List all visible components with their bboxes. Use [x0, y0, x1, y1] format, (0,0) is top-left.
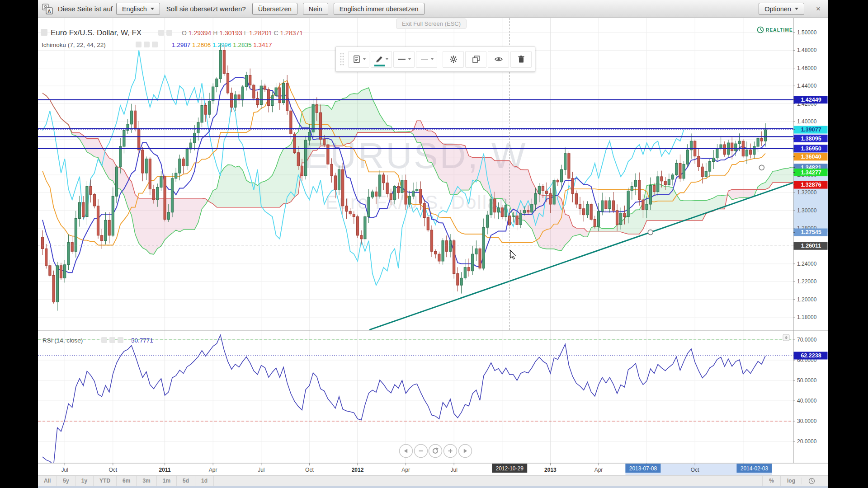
- svg-text:2011: 2011: [159, 467, 171, 473]
- clone-button[interactable]: [465, 51, 486, 68]
- log-scale-button[interactable]: log: [780, 476, 802, 486]
- candle: [397, 187, 400, 193]
- candle: [671, 175, 674, 179]
- templates-button[interactable]: [348, 51, 369, 68]
- candle: [720, 145, 722, 148]
- document-icon: [352, 55, 361, 64]
- price-axis[interactable]: 1.500001.480001.460001.440001.420001.400…: [793, 29, 828, 445]
- nav-zoom-in-button[interactable]: [444, 445, 457, 458]
- draw-tool-button[interactable]: [371, 51, 392, 68]
- candle: [349, 211, 351, 214]
- candle: [338, 169, 340, 190]
- line-style-button[interactable]: [416, 51, 437, 68]
- svg-text:1.24000: 1.24000: [797, 261, 817, 267]
- candle: [193, 133, 196, 143]
- candle: [612, 201, 614, 211]
- candle: [301, 166, 303, 176]
- delete-button[interactable]: [510, 51, 532, 68]
- symbol-logo-icon: [41, 29, 47, 36]
- pane-expand-icon[interactable]: [783, 334, 789, 341]
- settings-button[interactable]: [443, 51, 464, 68]
- candle: [219, 50, 222, 79]
- svg-text:1.46000: 1.46000: [797, 65, 817, 71]
- candle: [712, 158, 715, 162]
- candle: [271, 96, 274, 106]
- percent-scale-button[interactable]: %: [762, 476, 780, 486]
- candle: [249, 75, 251, 85]
- nav-right-button[interactable]: [459, 445, 472, 458]
- ichimoku-cloud: [754, 167, 795, 196]
- range-1m[interactable]: 1m: [157, 476, 177, 486]
- candle: [123, 131, 125, 146]
- candle: [356, 217, 359, 235]
- no-button[interactable]: Nein: [303, 3, 328, 15]
- candle: [405, 180, 407, 204]
- svg-text:Euro Fx/U.S. Dollar, W, FX: Euro Fx/U.S. Dollar, W, FX: [51, 28, 142, 37]
- candle: [268, 89, 270, 105]
- price-label: 1.34277: [793, 169, 828, 176]
- candle: [634, 180, 637, 187]
- window-edge: [38, 486, 828, 488]
- always-translate-button[interactable]: Englisch immer übersetzen: [334, 3, 425, 15]
- range-3m[interactable]: 3m: [137, 476, 156, 486]
- candle: [416, 189, 418, 191]
- close-infobar-icon[interactable]: ×: [816, 5, 821, 14]
- candle: [764, 130, 766, 141]
- candle: [653, 186, 655, 192]
- candle: [501, 208, 503, 217]
- price-label: 1.38095: [793, 135, 828, 142]
- trendline-anchor[interactable]: [759, 165, 764, 170]
- time-settings-button[interactable]: [802, 478, 821, 484]
- range-ytd[interactable]: YTD: [94, 476, 117, 486]
- language-dropdown[interactable]: Englisch: [116, 3, 160, 15]
- candle: [601, 201, 604, 211]
- candle: [101, 235, 103, 241]
- chart-canvas[interactable]: EURUSD, WEuro Fx/U.S. Dollar1.500001.480…: [38, 18, 828, 488]
- range-5y[interactable]: 5y: [57, 476, 75, 486]
- candle: [226, 74, 229, 93]
- clock-icon: [808, 478, 815, 484]
- candle: [668, 179, 670, 185]
- indicator-action-icon: [109, 337, 115, 343]
- range-all[interactable]: All: [38, 476, 57, 486]
- nav-zoom-out-button[interactable]: [415, 445, 428, 458]
- chevron-down-icon: [431, 58, 434, 60]
- translate-icon: A: [42, 3, 53, 15]
- candle: [583, 209, 585, 215]
- translate-button[interactable]: Übersetzen: [252, 3, 297, 15]
- eye-icon: [494, 55, 503, 64]
- candle: [427, 218, 429, 230]
- svg-text:1.39077: 1.39077: [801, 127, 821, 133]
- line-width-button[interactable]: [393, 51, 415, 68]
- candle: [664, 181, 666, 185]
- candle: [442, 241, 444, 261]
- candle: [78, 202, 80, 218]
- range-1y[interactable]: 1y: [75, 476, 94, 486]
- chevron-down-icon: [386, 58, 388, 60]
- options-button[interactable]: Optionen: [759, 3, 804, 15]
- ohlc-values: O 1.29394 H 1.30193 L 1.28201 C 1.28371: [182, 29, 303, 37]
- candle: [457, 274, 459, 286]
- trendline-anchor[interactable]: [648, 230, 653, 235]
- candle: [512, 216, 514, 216]
- candle: [260, 86, 262, 104]
- nav-reset-button[interactable]: [429, 445, 442, 458]
- candle: [434, 251, 437, 254]
- date-label: 2014-02-03: [736, 464, 772, 473]
- candle: [201, 105, 203, 122]
- range-1d[interactable]: 1d: [195, 476, 214, 486]
- hide-drawings-button[interactable]: [488, 51, 509, 68]
- svg-text:1.42449: 1.42449: [801, 97, 821, 103]
- candle: [186, 149, 188, 166]
- range-6m[interactable]: 6m: [117, 476, 137, 486]
- candle: [64, 265, 66, 278]
- candle: [245, 75, 247, 87]
- candle: [430, 230, 433, 251]
- candle: [467, 267, 470, 271]
- candle: [705, 171, 707, 177]
- nav-left-button[interactable]: [400, 445, 413, 458]
- drag-handle-icon[interactable]: [339, 51, 345, 67]
- range-5d[interactable]: 5d: [177, 476, 195, 486]
- candle: [560, 169, 562, 182]
- candle: [579, 204, 581, 209]
